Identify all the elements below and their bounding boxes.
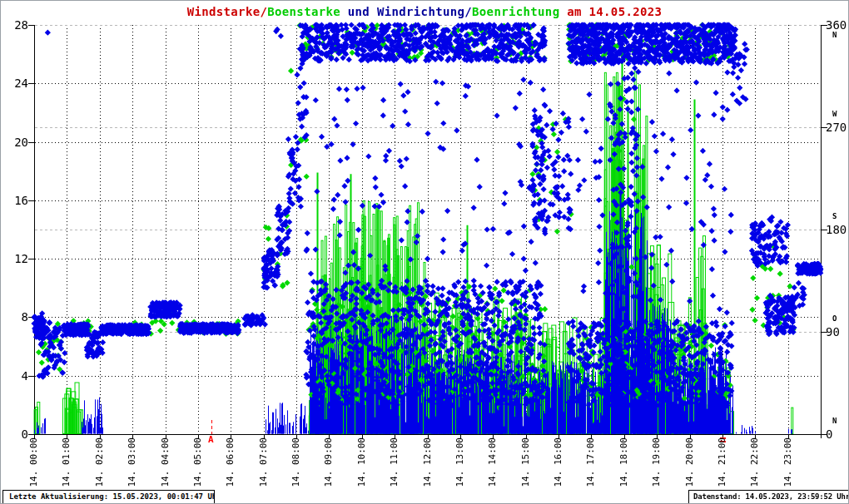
- compass-label: W: [832, 111, 837, 118]
- compass-label: N: [832, 418, 837, 425]
- x-axis-tick-label: 14. 10:00: [357, 437, 367, 491]
- left-axis-tick-label: 16: [4, 195, 28, 206]
- x-axis-tick-label: 14. 07:00: [259, 437, 269, 491]
- last-update-box: Letzte Aktualisierung: 15.05.2023, 00:01…: [2, 490, 215, 504]
- left-axis-tick-label: 12: [4, 253, 28, 264]
- x-axis-tick-label: 14. 08:00: [291, 437, 301, 491]
- title-boenrichtung: Boenrichtung: [472, 5, 559, 18]
- x-axis-tick-label: 14. 02:00: [95, 437, 105, 491]
- right-axis-tick-label: 90: [826, 326, 840, 338]
- x-axis-tick-label: 14. 17:00: [586, 437, 596, 491]
- x-axis-tick-label: 14. 14:00: [488, 437, 498, 491]
- right-axis-tick-label: 360: [826, 19, 847, 31]
- compass-label: S: [832, 213, 837, 220]
- left-axis-tick-label: 8: [4, 311, 28, 323]
- data-state-box: Datenstand: 14.05.2023, 23:59:52 Uhr: [688, 490, 849, 504]
- title-windrichtung: und Windrichtung/: [340, 5, 472, 18]
- x-axis-tick-label: 14. 15:00: [521, 437, 531, 491]
- left-axis-tick-label: 28: [4, 19, 28, 31]
- left-axis-tick-label: 0: [4, 428, 28, 440]
- left-axis-tick-label: 20: [4, 136, 28, 148]
- x-axis-tick-label: 14. 21:00: [717, 437, 727, 491]
- title-boenstarke: Boenstarke: [267, 5, 340, 18]
- x-axis-tick-label: 14. 00:00: [29, 437, 39, 491]
- x-axis-tick-label: 14. 09:00: [324, 437, 334, 491]
- last-update-text: Letzte Aktualisierung: 15.05.2023, 00:01…: [9, 492, 215, 501]
- compass-label: O: [832, 315, 837, 323]
- x-axis-tick-label: 14. 11:00: [390, 437, 400, 491]
- x-axis-tick-label: 14. 13:00: [455, 437, 465, 491]
- x-axis-tick-label: 14. 12:00: [423, 437, 433, 491]
- outage-marker-a: A: [208, 435, 214, 444]
- x-axis-tick-label: 14. 23:00: [783, 437, 793, 491]
- x-axis-tick-label: 14. 03:00: [127, 437, 137, 491]
- x-axis-tick-label: 14. 20:00: [685, 437, 695, 491]
- title-windstarke: Windstarke/: [187, 5, 268, 18]
- chart-title: Windstarke/Boenstarke und Windrichtung/B…: [1, 5, 848, 18]
- x-axis-tick-label: 14. 16:00: [554, 437, 564, 491]
- wind-chart-canvas: [1, 1, 849, 504]
- right-axis-tick-label: 270: [826, 121, 847, 133]
- x-axis-tick-label: 14. 19:00: [652, 437, 662, 491]
- x-axis-tick-label: 14. 05:00: [193, 437, 203, 491]
- left-axis-tick-label: 24: [4, 77, 28, 89]
- right-axis-tick-label: 0: [826, 428, 832, 440]
- x-axis-tick-label: 14. 22:00: [750, 437, 760, 491]
- right-axis-tick-label: 180: [826, 224, 847, 235]
- x-axis-tick-label: 14. 06:00: [226, 437, 236, 491]
- wind-chart-page: Windstarke/Boenstarke und Windrichtung/B…: [0, 0, 849, 504]
- x-axis-tick-label: 14. 18:00: [619, 437, 629, 491]
- compass-label: N: [832, 32, 837, 39]
- data-state-text: Datenstand: 14.05.2023, 23:59:52 Uhr: [693, 492, 849, 501]
- title-date: am 14.05.2023: [559, 5, 662, 18]
- x-axis-tick-label: 14. 04:00: [161, 437, 171, 491]
- x-axis-tick-label: 14. 01:00: [62, 437, 72, 491]
- left-axis-tick-label: 4: [4, 370, 28, 382]
